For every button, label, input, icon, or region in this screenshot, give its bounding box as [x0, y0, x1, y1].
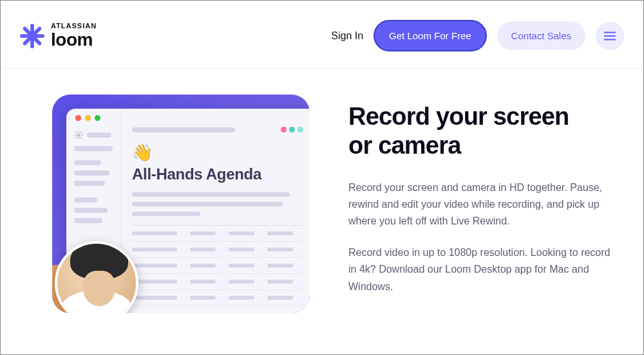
mock-doc-title: All-Hands Agenda [132, 165, 303, 183]
heading-line-1: Record your screen [348, 103, 569, 130]
heading-line-2: or camera [348, 132, 460, 159]
logo-text: ATLASSIAN loom [51, 23, 97, 49]
contact-sales-button[interactable]: Contact Sales [497, 21, 585, 50]
svg-point-4 [28, 32, 36, 40]
hero-illustration: 👋 All-Hands Agenda [52, 95, 310, 313]
mock-document: 👋 All-Hands Agenda [122, 109, 310, 313]
hero-copy: Record your screen or camera Record your… [348, 95, 619, 309]
zoom-dot-icon [95, 115, 100, 121]
close-dot-icon [75, 115, 81, 121]
svg-point-5 [77, 134, 80, 136]
hero-section: 👋 All-Hands Agenda Record your screen [1, 69, 643, 313]
logo[interactable]: ATLASSIAN loom [20, 23, 97, 49]
wave-emoji-icon: 👋 [132, 143, 303, 163]
gear-icon [74, 131, 83, 140]
logo-parent-label: ATLASSIAN [51, 23, 97, 30]
header-nav: Sign In Get Loom For Free Contact Sales [331, 20, 624, 51]
presence-dots-icon [281, 127, 303, 132]
site-header: ATLASSIAN loom Sign In Get Loom For Free… [1, 1, 643, 69]
get-loom-free-button[interactable]: Get Loom For Free [374, 20, 487, 51]
menu-button[interactable] [596, 22, 624, 50]
hero-paragraph-2: Record video in up to 1080p resolution. … [348, 244, 619, 295]
minimize-dot-icon [85, 115, 91, 121]
hamburger-icon [603, 29, 617, 43]
sign-in-link[interactable]: Sign In [331, 30, 363, 42]
window-controls [75, 115, 100, 121]
hero-heading: Record your screen or camera [348, 102, 619, 160]
logo-name-label: loom [51, 31, 97, 49]
loom-icon [20, 24, 44, 48]
hero-paragraph-1: Record your screen and camera in HD toge… [348, 179, 619, 230]
